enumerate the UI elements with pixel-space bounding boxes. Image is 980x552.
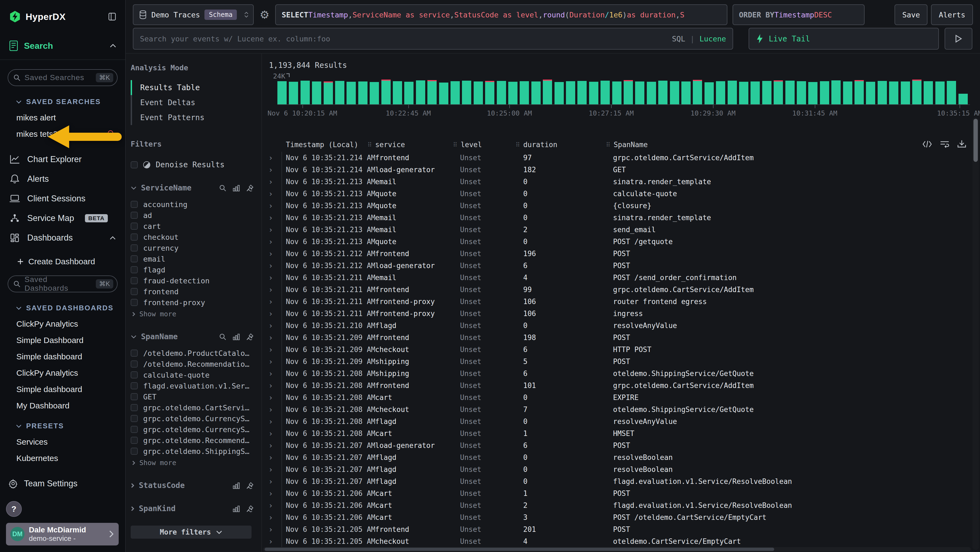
preset-item[interactable]: Kubernetes	[16, 454, 115, 463]
histogram-bar[interactable]	[878, 81, 887, 104]
sidebar-item-team-settings[interactable]: Team Settings	[8, 479, 125, 488]
histogram-bar[interactable]	[416, 80, 425, 104]
column-header-service[interactable]: ⠿service	[367, 140, 453, 149]
histogram-bar[interactable]	[693, 81, 702, 104]
drag-handle-icon[interactable]: ⠿	[515, 141, 520, 148]
search-icon[interactable]	[219, 333, 226, 341]
sidebar-item-alerts[interactable]: Alerts	[0, 169, 125, 189]
table-row[interactable]: ›Nov 6 10:35:21.206 AMcartUnset3POST /ot…	[262, 511, 969, 523]
histogram-bar[interactable]	[854, 81, 864, 104]
saved-dashboard-item[interactable]: Simple Dashboard	[16, 336, 115, 345]
histogram-bar[interactable]	[843, 81, 852, 104]
saved-searches-input[interactable]: Saved Searches ⌘K	[8, 69, 118, 86]
wrap-lines-icon[interactable]	[940, 140, 950, 148]
column-header-timestamp[interactable]: Timestamp (Local)	[282, 140, 367, 149]
histogram-bar[interactable]	[935, 81, 945, 104]
expand-row-icon[interactable]: ›	[262, 296, 282, 308]
expand-row-icon[interactable]: ›	[262, 332, 282, 343]
expand-row-icon[interactable]: ›	[262, 535, 282, 547]
histogram-bar[interactable]	[566, 81, 575, 104]
expand-row-icon[interactable]: ›	[262, 176, 282, 188]
checkbox[interactable]	[130, 426, 138, 433]
table-row[interactable]: ›Nov 6 10:35:21.205 AMcheckoutUnset4otel…	[262, 535, 969, 547]
histogram-bar[interactable]	[520, 81, 529, 104]
analysis-mode-event-patterns[interactable]: Event Patterns	[130, 110, 254, 125]
drag-handle-icon[interactable]: ⠿	[606, 141, 610, 148]
histogram-bar[interactable]	[785, 81, 795, 104]
code-view-icon[interactable]	[922, 140, 932, 148]
histogram-bar[interactable]	[866, 82, 875, 104]
histogram-bar[interactable]	[474, 81, 483, 104]
histogram-bar[interactable]	[578, 81, 587, 104]
filter-checkbox-item[interactable]: /oteldemo.Recommendatio…	[130, 359, 254, 369]
checkbox[interactable]	[130, 371, 138, 378]
schema-badge[interactable]: Schema	[204, 10, 237, 20]
expand-row-icon[interactable]: ›	[262, 415, 282, 428]
help-button[interactable]: ?	[6, 501, 22, 517]
histogram-bar[interactable]	[831, 80, 841, 104]
select-clause-input[interactable]: SELECT Timestamp, ServiceName as service…	[275, 4, 727, 25]
histogram-bar[interactable]	[404, 82, 414, 104]
saved-dashboard-item[interactable]: My Dashboard	[16, 401, 115, 410]
save-button[interactable]: Save	[894, 4, 928, 25]
histogram-bar[interactable]	[762, 81, 772, 104]
table-row[interactable]: ›Nov 6 10:35:21.214 AMfrontendUnset97grp…	[262, 152, 969, 164]
expand-row-icon[interactable]: ›	[262, 499, 282, 511]
histogram-bar[interactable]	[485, 82, 494, 104]
saved-search-item[interactable]: mikes tets2	[16, 129, 115, 139]
user-menu[interactable]: DM Dale McDiarmid demo-service -	[6, 523, 119, 546]
histogram-bar[interactable]	[335, 81, 344, 104]
sidebar-item-search[interactable]: Search	[0, 40, 125, 51]
data-source-select[interactable]: Demo Traces Schema	[133, 4, 254, 25]
histogram-bar[interactable]	[289, 82, 298, 104]
filter-checkbox-item[interactable]: grpc.oteldemo.CurrencyS…	[130, 413, 254, 424]
filter-checkbox-item[interactable]: frontend	[130, 286, 254, 297]
table-row[interactable]: ›Nov 6 10:35:21.213 AMemailUnset2send_em…	[262, 224, 969, 236]
expand-row-icon[interactable]: ›	[262, 463, 282, 475]
filter-checkbox-item[interactable]: fraud-detection	[130, 275, 254, 286]
checkbox[interactable]	[130, 404, 138, 411]
histogram-bar[interactable]	[439, 83, 449, 104]
histogram-bar[interactable]	[635, 81, 644, 104]
expand-row-icon[interactable]: ›	[262, 404, 282, 415]
table-row[interactable]: ›Nov 6 10:35:21.208 AMcartUnset0EXPIRE	[262, 391, 969, 404]
pin-icon[interactable]	[246, 505, 254, 512]
bar-chart-icon[interactable]	[232, 482, 240, 489]
histogram-bar[interactable]	[947, 81, 956, 104]
table-row[interactable]: ›Nov 6 10:35:21.207 AMflagdUnset0flagd.e…	[262, 475, 969, 487]
table-row[interactable]: ›Nov 6 10:35:21.206 AMcartUnset1POST	[262, 487, 969, 499]
table-row[interactable]: ›Nov 6 10:35:21.206 AMcartUnset2flagd.ev…	[262, 499, 969, 511]
live-tail-button[interactable]: Live Tail	[749, 28, 939, 49]
expand-row-icon[interactable]: ›	[262, 475, 282, 487]
filter-checkbox-item[interactable]: cart	[130, 221, 254, 231]
saved-dashboard-item[interactable]: Simple dashboard	[16, 352, 115, 361]
saved-dashboards-input[interactable]: Saved Dashboards ⌘K	[8, 276, 118, 292]
table-row[interactable]: ›Nov 6 10:35:21.211 AMfrontend-proxyUnse…	[262, 296, 969, 308]
drag-handle-icon[interactable]: ⠿	[453, 141, 457, 148]
filter-checkbox-item[interactable]: calculate-quote	[130, 369, 254, 380]
filter-group-servicename[interactable]: ServiceName	[130, 183, 254, 192]
histogram-bar[interactable]	[924, 81, 933, 104]
table-row[interactable]: ›Nov 6 10:35:21.209 AMshippingUnset5POST	[262, 356, 969, 367]
checkbox[interactable]	[130, 361, 138, 367]
column-header-spanname[interactable]: ⠿SpanName	[606, 140, 969, 149]
expand-row-icon[interactable]: ›	[262, 451, 282, 463]
filter-checkbox-item[interactable]: flagd.evaluation.v1.Ser…	[130, 380, 254, 391]
histogram-bar[interactable]	[450, 81, 460, 104]
histogram-bar[interactable]	[912, 81, 921, 104]
table-row[interactable]: ›Nov 6 10:35:21.211 AMemailUnset4POST /s…	[262, 272, 969, 284]
source-settings-gear-icon[interactable]: ⚙	[259, 8, 270, 21]
table-row[interactable]: ›Nov 6 10:35:21.213 AMquoteUnset0POST /g…	[262, 236, 969, 248]
checkbox[interactable]	[130, 212, 138, 219]
table-row[interactable]: ›Nov 6 10:35:21.207 AMload-generatorUnse…	[262, 439, 969, 451]
alerts-button[interactable]: Alerts	[931, 4, 973, 25]
checkbox[interactable]	[130, 266, 138, 273]
bar-chart-icon[interactable]	[232, 505, 240, 512]
expand-row-icon[interactable]: ›	[262, 308, 282, 320]
pin-icon[interactable]	[246, 184, 254, 192]
table-row[interactable]: ›Nov 6 10:35:21.211 AMfrontendUnset99grp…	[262, 284, 969, 296]
saved-dashboards-section-header[interactable]: SAVED DASHBOARDS	[16, 304, 125, 312]
histogram-bar[interactable]	[808, 82, 818, 104]
filter-checkbox-item[interactable]: grpc.oteldemo.CartServi…	[130, 402, 254, 413]
checkbox[interactable]	[130, 437, 138, 444]
